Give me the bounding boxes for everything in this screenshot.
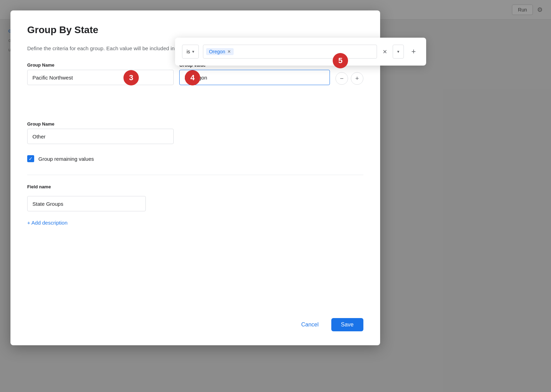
add-group1-button[interactable]: + (351, 72, 363, 85)
dialog-footer: Cancel Save (27, 304, 363, 331)
filter-dropdown-expand-icon[interactable]: ▾ (393, 45, 404, 59)
group-remaining-checkbox[interactable]: ✓ (27, 155, 34, 162)
cancel-button[interactable]: Cancel (294, 318, 326, 331)
tag-container: Oregon ✕ (203, 45, 377, 59)
clear-filter-icon[interactable]: ✕ (381, 48, 388, 55)
is-dropdown-arrow-icon: ▾ (192, 49, 194, 54)
dialog-title: Group By State (27, 24, 363, 36)
step-badge-5: 5 (333, 53, 348, 68)
step-badge-4: 4 (185, 70, 200, 85)
save-button[interactable]: Save (331, 318, 363, 331)
field-name-input[interactable] (27, 196, 146, 211)
group1-value-section: Group value is Oregon (179, 62, 330, 85)
field-name-label: Field name (27, 184, 51, 189)
checkbox-check-icon: ✓ (29, 156, 33, 161)
step-badge-3: 3 (123, 70, 139, 85)
oregon-tag: Oregon ✕ (206, 48, 234, 55)
group2-name-input[interactable] (27, 129, 174, 144)
group-remaining-row: ✓ Group remaining values (27, 155, 363, 162)
add-description-link[interactable]: + Add description (27, 220, 363, 226)
remove-group1-button[interactable]: − (335, 72, 348, 85)
group1-name-input[interactable] (27, 70, 174, 85)
add-filter-icon[interactable]: + (408, 45, 419, 59)
group1-name-section: Group Name (27, 62, 174, 85)
group-remaining-label: Group remaining values (38, 156, 94, 162)
group1-name-label: Group Name (27, 62, 174, 68)
group-row-2: Group Name (27, 121, 363, 144)
oregon-tag-remove-icon[interactable]: ✕ (227, 49, 231, 54)
group-by-state-dialog: Group By State Define the criteria for e… (10, 10, 380, 345)
filter-chevron-down-icon: ▾ (397, 49, 399, 54)
section-divider (27, 175, 363, 175)
oregon-tag-label: Oregon (209, 49, 225, 54)
filter-dropdown-popup: 5 is ▾ Oregon ✕ ✕ ▾ + (175, 38, 426, 66)
group1-value-button[interactable]: is Oregon (179, 70, 330, 85)
is-select-dropdown[interactable]: is ▾ (182, 45, 199, 59)
group-row-1: 3 4 Group Name Group value is Oregon − + (27, 62, 363, 85)
group2-name-label: Group Name (27, 121, 174, 127)
group2-name-section: Group Name (27, 121, 174, 144)
field-name-section: Field name (27, 183, 363, 211)
is-select-label: is (187, 49, 190, 54)
